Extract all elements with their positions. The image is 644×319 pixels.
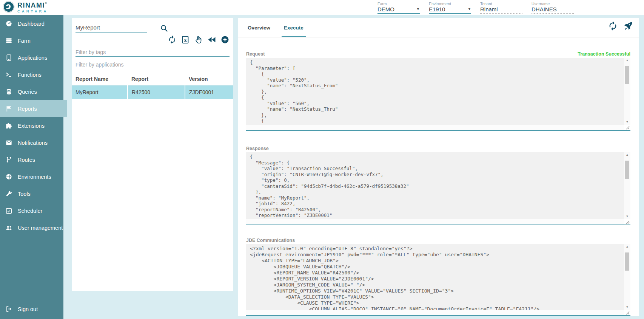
- tab-overview[interactable]: Overview: [245, 18, 273, 37]
- username-field: Username DHAINES: [532, 2, 574, 14]
- sidebar-item-functions[interactable]: Functions: [0, 66, 63, 83]
- farm-label: Farm: [377, 2, 420, 6]
- sidebar-item-label: Extensions: [18, 123, 45, 129]
- sidebar-item-applications[interactable]: Applications: [0, 49, 63, 66]
- filter-applications-input[interactable]: [75, 60, 230, 69]
- scroll-up-icon[interactable]: ▲: [624, 244, 630, 249]
- report-detail-panel: Overview Execute Request Transaction Suc…: [238, 18, 639, 316]
- vertical-scrollbar[interactable]: ▲ ▼: [624, 152, 630, 219]
- cell-report-name[interactable]: MyReport: [72, 85, 128, 99]
- brand-subname: CANTARA: [17, 9, 48, 13]
- sidebar-item-user-management[interactable]: User management: [0, 219, 63, 236]
- farm-select[interactable]: Farm DEMO▼: [377, 2, 420, 14]
- sidebar-item-label: Environments: [18, 174, 51, 180]
- vertical-scrollbar[interactable]: ▲ ▼: [624, 58, 630, 125]
- resize-grip-icon[interactable]: [624, 125, 630, 130]
- sidebar-item-label: Notifications: [18, 140, 48, 146]
- sidebar-item-label: Routes: [18, 157, 35, 163]
- column-version[interactable]: Version: [185, 74, 233, 85]
- farm-value: DEMO: [377, 6, 394, 12]
- sidebar: Dashboard Farm Applications Functions Qu…: [0, 15, 63, 319]
- response-label: Response: [246, 146, 269, 151]
- detail-tabs: Overview Execute: [238, 18, 639, 37]
- scroll-down-icon[interactable]: ▼: [624, 119, 630, 125]
- transaction-status-badge: Transaction Successful: [578, 51, 630, 57]
- sidebar-item-dashboard[interactable]: Dashboard: [0, 15, 63, 32]
- sidebar-item-label: Sign out: [18, 306, 38, 312]
- report-search-row: [75, 23, 177, 33]
- filter-tags-input[interactable]: [75, 48, 230, 57]
- response-content: { "Message": { "value": "Transaction Suc…: [250, 154, 623, 219]
- jde-communications-textarea[interactable]: <?xml version="1.0" encoding="UTF-8" sta…: [246, 244, 630, 316]
- chevron-down-icon: ▼: [416, 7, 420, 11]
- scroll-down-icon[interactable]: ▼: [624, 214, 630, 219]
- column-report[interactable]: Report: [128, 74, 185, 85]
- sidebar-item-extensions[interactable]: Extensions: [0, 117, 63, 134]
- hand-select-icon[interactable]: [194, 35, 203, 44]
- sidebar-item-routes[interactable]: Routes: [0, 151, 63, 168]
- request-content: { "Parameter": [ { "value": "520", "name…: [250, 59, 623, 125]
- tenant-field: Tenant Rinami: [480, 2, 522, 14]
- reports-list-panel: x Report Name Report Version MyReport R4…: [72, 18, 233, 291]
- response-textarea[interactable]: { "Message": { "value": "Transaction Suc…: [246, 152, 630, 225]
- excel-export-icon[interactable]: x: [181, 35, 190, 44]
- sidebar-item-label: Reports: [18, 106, 37, 112]
- scrollbar-thumb[interactable]: [625, 161, 629, 179]
- app-header: RINAMI® CANTARA Farm DEMO▼ Environment E…: [0, 0, 644, 15]
- scroll-down-icon[interactable]: ▼: [624, 305, 630, 310]
- environment-label: Environment: [429, 2, 471, 6]
- sidebar-item-notifications[interactable]: Notifications: [0, 134, 63, 151]
- jde-section-header: JDE Communications: [246, 237, 630, 243]
- sidebar-item-farm[interactable]: Farm: [0, 32, 63, 49]
- sidebar-item-environments[interactable]: Environments: [0, 168, 63, 185]
- resize-grip-icon[interactable]: [624, 310, 630, 315]
- cell-version[interactable]: ZJDE0001: [185, 85, 233, 99]
- table-row[interactable]: MyReport R42500 ZJDE0001: [72, 85, 233, 99]
- puzzle-icon: [5, 122, 12, 129]
- sidebar-item-scheduler[interactable]: Scheduler: [0, 202, 63, 219]
- resize-grip-icon[interactable]: [624, 219, 630, 225]
- wrench-icon: [5, 190, 12, 197]
- request-section-header: Request Transaction Successful: [246, 51, 630, 57]
- horizontal-scrollbar[interactable]: [246, 125, 624, 130]
- sidebar-item-label: Tools: [18, 191, 31, 197]
- scroll-up-icon[interactable]: ▲: [624, 152, 630, 158]
- scrollbar-thumb[interactable]: [625, 252, 629, 271]
- flag-icon: [5, 105, 12, 112]
- tablet-icon: [5, 54, 12, 61]
- sidebar-item-label: Farm: [18, 38, 31, 44]
- username-value: DHAINES: [532, 6, 557, 12]
- rewind-icon[interactable]: [207, 35, 216, 44]
- request-textarea[interactable]: { "Parameter": [ { "value": "520", "name…: [246, 58, 630, 131]
- rocket-launch-icon[interactable]: [623, 21, 633, 31]
- scroll-up-icon[interactable]: ▲: [624, 58, 630, 63]
- jde-communications-label: JDE Communications: [246, 238, 295, 243]
- environment-select[interactable]: Environment E1910▼: [429, 2, 471, 14]
- vertical-scrollbar[interactable]: ▲ ▼: [624, 244, 630, 310]
- refresh-icon[interactable]: [168, 35, 177, 44]
- sidebar-item-sign-out[interactable]: Sign out: [0, 300, 38, 317]
- sign-out-icon: [5, 305, 12, 313]
- cell-report[interactable]: R42500: [128, 85, 185, 99]
- sidebar-item-reports[interactable]: Reports: [0, 100, 67, 117]
- globe-icon: [5, 173, 12, 180]
- tab-execute[interactable]: Execute: [282, 18, 306, 37]
- execute-tab-body: Request Transaction Successful { "Parame…: [238, 51, 639, 316]
- reports-table: Report Name Report Version MyReport R425…: [72, 74, 233, 99]
- sidebar-item-label: Scheduler: [18, 208, 42, 214]
- scrollbar-thumb[interactable]: [625, 66, 629, 84]
- sidebar-item-tools[interactable]: Tools: [0, 185, 63, 202]
- branch-icon: [5, 156, 12, 163]
- horizontal-scrollbar[interactable]: [246, 310, 624, 315]
- sidebar-item-label: Functions: [18, 72, 42, 78]
- request-label: Request: [246, 51, 265, 57]
- report-search-input[interactable]: [75, 23, 147, 33]
- horizontal-scrollbar[interactable]: [246, 219, 624, 225]
- svg-text:x: x: [184, 37, 187, 43]
- column-report-name[interactable]: Report Name: [72, 74, 128, 85]
- add-icon[interactable]: [220, 35, 230, 44]
- refresh-icon[interactable]: [608, 21, 618, 31]
- search-icon[interactable]: [160, 24, 168, 33]
- environment-value: E1910: [429, 6, 445, 12]
- sidebar-item-queries[interactable]: Queries: [0, 83, 63, 100]
